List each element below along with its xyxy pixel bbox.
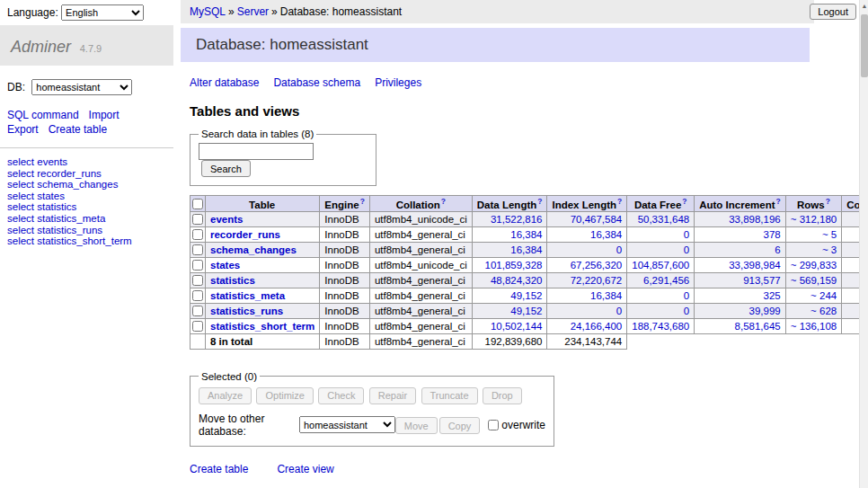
- rows-count-link[interactable]: ~ 628: [810, 306, 837, 316]
- help-link[interactable]: ?: [360, 197, 365, 206]
- help-link[interactable]: ?: [682, 197, 686, 206]
- help-link[interactable]: ?: [776, 197, 781, 206]
- data-free-link[interactable]: 50,331,648: [638, 214, 690, 225]
- row-select-checkbox[interactable]: [192, 275, 203, 286]
- data-length-link[interactable]: 49,152: [510, 306, 542, 316]
- sidebar-item-select-statistics-runs[interactable]: select statistics_runs: [7, 225, 102, 235]
- auto-increment-link[interactable]: 39,999: [749, 306, 781, 316]
- index-length-link[interactable]: 0: [616, 306, 622, 316]
- data-free-link[interactable]: 188,743,680: [632, 321, 689, 332]
- scrollbar-thumb[interactable]: [861, 14, 868, 77]
- rows-count-link[interactable]: ~ 312,180: [791, 214, 837, 225]
- check-button[interactable]: Check: [318, 387, 364, 404]
- table-name-link[interactable]: states: [210, 260, 240, 271]
- row-select-checkbox[interactable]: [192, 244, 203, 255]
- rows-count-link[interactable]: ~ 136,108: [791, 321, 837, 332]
- data-length-link[interactable]: 49,152: [510, 290, 542, 301]
- move-database-select[interactable]: homeassistant: [299, 416, 395, 433]
- data-length-link[interactable]: 16,384: [510, 229, 542, 240]
- sidebar-item-select-events[interactable]: select events: [7, 156, 67, 167]
- search-input[interactable]: [199, 143, 314, 160]
- table-name-link[interactable]: statistics_runs: [210, 306, 283, 316]
- auto-increment-link[interactable]: 8,581,645: [735, 321, 781, 332]
- sql-command-link[interactable]: SQL command: [7, 109, 79, 121]
- data-length-link[interactable]: 31,522,816: [491, 214, 543, 225]
- row-select-checkbox[interactable]: [192, 321, 203, 332]
- row-select-checkbox[interactable]: [192, 229, 203, 240]
- optimize-button[interactable]: Optimize: [256, 387, 313, 404]
- sidebar-item-select-statistics-short-term[interactable]: select statistics_short_term: [7, 235, 132, 246]
- import-link[interactable]: Import: [89, 109, 120, 121]
- sidebar-item-select-statistics-meta[interactable]: select statistics_meta: [7, 213, 105, 224]
- index-length-link[interactable]: 0: [616, 244, 622, 255]
- index-length-link[interactable]: 16,384: [590, 229, 622, 240]
- row-select-checkbox[interactable]: [192, 214, 203, 225]
- create-table-link-sidebar[interactable]: Create table: [49, 123, 107, 136]
- auto-increment-link[interactable]: 378: [764, 229, 781, 240]
- data-length-link[interactable]: 48,824,320: [491, 275, 543, 286]
- help-link[interactable]: ?: [441, 197, 446, 206]
- copy-button[interactable]: Copy: [439, 417, 481, 434]
- table-name-link[interactable]: recorder_runs: [210, 229, 280, 240]
- sidebar-item-select-schema-changes[interactable]: select schema_changes: [7, 179, 118, 190]
- breadcrumb-server-link[interactable]: Server: [237, 5, 269, 18]
- help-link[interactable]: ?: [826, 197, 830, 206]
- logout-button[interactable]: Logout: [810, 4, 856, 20]
- rows-count-link[interactable]: ~ 299,833: [791, 260, 837, 271]
- auto-increment-link[interactable]: 33,398,984: [729, 260, 781, 271]
- data-free-link[interactable]: 0: [684, 306, 689, 316]
- sidebar-item-select-statistics[interactable]: select statistics: [7, 201, 76, 212]
- rows-count-link[interactable]: ~ 569,159: [791, 275, 837, 286]
- sidebar-item-select-recorder-runs[interactable]: select recorder_runs: [7, 168, 102, 179]
- export-link[interactable]: Export: [7, 123, 39, 136]
- rows-count-link[interactable]: ~ 244: [810, 290, 837, 301]
- data-length-link[interactable]: 101,859,328: [485, 260, 543, 271]
- data-length-link[interactable]: 10,502,144: [491, 321, 543, 332]
- index-length-link[interactable]: 16,384: [590, 290, 622, 301]
- data-free-link[interactable]: 0: [684, 244, 689, 255]
- row-select-checkbox[interactable]: [192, 260, 203, 271]
- auto-increment-link[interactable]: 325: [764, 290, 781, 301]
- overwrite-checkbox[interactable]: [488, 420, 499, 430]
- scroll-up-arrow-icon[interactable]: ▲: [861, 2, 868, 11]
- row-select-checkbox[interactable]: [192, 306, 203, 316]
- row-select-checkbox[interactable]: [192, 290, 203, 301]
- alter-database-link[interactable]: Alter database: [190, 76, 259, 89]
- database-schema-link[interactable]: Database schema: [273, 76, 360, 89]
- index-length-link[interactable]: 67,256,320: [571, 260, 623, 271]
- data-free-link[interactable]: 0: [684, 229, 689, 240]
- help-link[interactable]: ?: [537, 197, 542, 206]
- move-button[interactable]: Move: [395, 417, 438, 434]
- sidebar-item-select-states[interactable]: select states: [7, 191, 65, 201]
- table-name-link[interactable]: statistics_meta: [210, 290, 285, 301]
- index-length-link[interactable]: 70,467,584: [571, 214, 623, 225]
- data-free-link[interactable]: 104,857,600: [632, 260, 689, 271]
- db-select[interactable]: homeassistant: [31, 79, 132, 95]
- search-button[interactable]: Search: [201, 160, 251, 177]
- select-all-checkbox[interactable]: [192, 199, 203, 209]
- repair-button[interactable]: Repair: [369, 387, 416, 404]
- auto-increment-link[interactable]: 913,577: [743, 275, 781, 286]
- data-free-link[interactable]: 6,291,456: [643, 275, 689, 286]
- table-name-link[interactable]: schema_changes: [210, 244, 297, 255]
- help-link[interactable]: ?: [617, 197, 622, 206]
- index-length-link[interactable]: 72,220,672: [571, 275, 623, 286]
- rows-count-link[interactable]: ~ 3: [822, 244, 837, 255]
- language-select[interactable]: English: [61, 4, 144, 21]
- auto-increment-link[interactable]: 6: [775, 244, 780, 255]
- breadcrumb-mysql-link[interactable]: MySQL: [190, 5, 226, 18]
- index-length-link[interactable]: 24,166,400: [571, 321, 623, 332]
- rows-count-link[interactable]: ~ 5: [822, 229, 837, 240]
- analyze-button[interactable]: Analyze: [199, 387, 252, 404]
- table-name-link[interactable]: events: [210, 214, 243, 225]
- table-name-link[interactable]: statistics_short_term: [210, 321, 314, 332]
- privileges-link[interactable]: Privileges: [375, 76, 421, 89]
- data-free-link[interactable]: 0: [684, 290, 689, 301]
- create-view-link[interactable]: Create view: [277, 463, 333, 475]
- auto-increment-link[interactable]: 33,898,196: [729, 214, 781, 225]
- table-name-link[interactable]: statistics: [210, 275, 255, 286]
- truncate-button[interactable]: Truncate: [421, 387, 478, 404]
- create-table-link[interactable]: Create table: [190, 463, 248, 475]
- vertical-scrollbar[interactable]: ▲: [859, 0, 868, 488]
- drop-button[interactable]: Drop: [483, 387, 522, 404]
